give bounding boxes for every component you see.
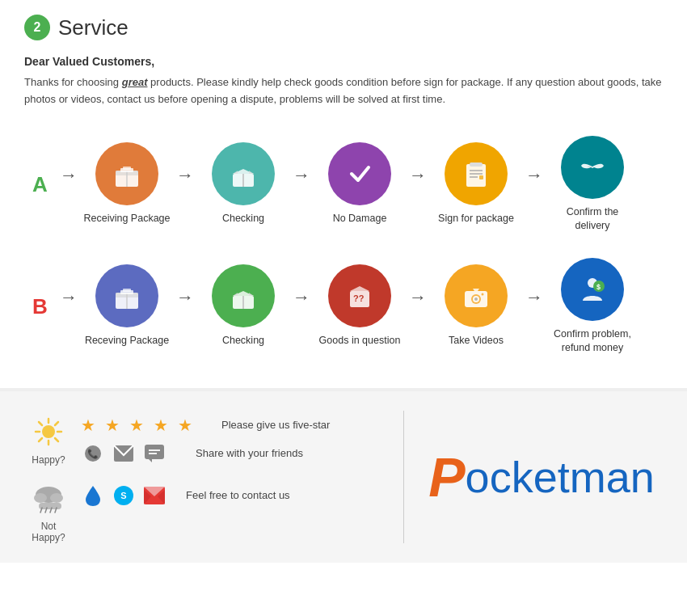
- person-dollar-icon-b5: $: [575, 272, 610, 307]
- svg-text:??: ??: [353, 293, 365, 303]
- flow-item-b2: Checking: [199, 264, 288, 348]
- letter-a: A: [32, 172, 48, 197]
- not-happy-content: S Feel free to contact us: [81, 477, 290, 508]
- pocketman-logo-section: P ocketman: [420, 411, 663, 543]
- svg-text:$: $: [596, 283, 601, 291]
- happy-icon-group: Happy?: [24, 411, 73, 466]
- share-icons: 📞: [81, 441, 166, 466]
- chat-svg: [144, 444, 165, 463]
- email-svg: [113, 445, 134, 462]
- service-badge: 2: [24, 15, 50, 40]
- label-b1: Receving Package: [85, 334, 169, 348]
- flow-item-a5: Confirm the delivery: [548, 136, 637, 234]
- share-text: Share with your friends: [196, 447, 303, 459]
- label-a4: Sign for package: [438, 212, 514, 226]
- arrow-b2: →: [293, 287, 310, 308]
- circle-a5: [561, 136, 624, 199]
- mail-icon: [142, 483, 166, 508]
- svg-point-35: [482, 293, 484, 296]
- skype-svg: S: [113, 485, 134, 506]
- svg-point-56: [34, 493, 47, 503]
- circle-b2: [212, 264, 275, 327]
- arrow-a2: →: [293, 165, 310, 186]
- great-word: great: [122, 76, 148, 88]
- circle-a3: [328, 142, 391, 205]
- svg-rect-15: [479, 175, 483, 179]
- svg-point-57: [50, 493, 63, 503]
- not-happy-icon-group: Not Happy?: [24, 477, 73, 543]
- label-b4: Take Videos: [449, 334, 504, 348]
- not-happy-label: Not Happy?: [24, 521, 73, 543]
- circle-b4: [445, 264, 508, 327]
- flow-row-b: B → Receving Package →: [32, 258, 655, 356]
- star5: ★: [178, 416, 192, 435]
- svg-point-39: [42, 425, 55, 438]
- pocketman-logo: P ocketman: [428, 449, 654, 504]
- circle-a4: [445, 142, 508, 205]
- water-icon: [81, 483, 105, 508]
- flow-item-b1: Receving Package: [82, 264, 171, 348]
- box-icon-a1: [109, 156, 145, 192]
- clipboard-icon-a4: [458, 156, 494, 192]
- arrow-a4: →: [525, 165, 543, 186]
- star4: ★: [154, 416, 168, 435]
- happy-label: Happy?: [32, 454, 65, 466]
- arrow-a0: →: [60, 165, 78, 186]
- star2: ★: [105, 416, 120, 435]
- question-icon-b3: ??: [342, 278, 377, 314]
- description-text: Thanks for choosing great products. Plea…: [24, 74, 663, 108]
- svg-marker-25: [249, 293, 254, 296]
- box-icon-b1: [109, 278, 145, 314]
- label-b5: Confirm problem, refund money: [554, 327, 631, 356]
- svg-line-47: [39, 438, 42, 441]
- not-happy-section: Not Happy? S: [24, 477, 387, 543]
- svg-marker-31: [473, 289, 479, 291]
- svg-line-46: [55, 422, 58, 425]
- svg-marker-24: [233, 293, 238, 296]
- svg-rect-10: [466, 164, 486, 187]
- label-b3: Goods in question: [319, 334, 401, 348]
- label-a5: Confirm the delivery: [548, 205, 637, 234]
- service-section: 2 Service Dear Valued Customers, Thanks …: [0, 0, 687, 391]
- svg-rect-11: [470, 162, 483, 167]
- letter-b: B: [32, 294, 48, 319]
- label-a2: Checking: [222, 212, 264, 226]
- svg-line-44: [39, 422, 42, 425]
- flow-item-b3: ?? Goods in question: [315, 264, 404, 348]
- cloud-icon: [27, 477, 70, 519]
- service-title: Service: [58, 15, 129, 40]
- desc-start: Thanks for choosing: [24, 76, 122, 88]
- stars-row: ★ ★ ★ ★ ★ Please give us five-star: [81, 416, 330, 435]
- email-icon: [112, 441, 136, 466]
- box-open-icon-a2: [225, 156, 261, 192]
- flow-section-b: B → Receving Package →: [24, 250, 663, 372]
- dear-customers: Dear Valued Customers,: [24, 55, 663, 68]
- camera-icon-b4: [458, 278, 494, 314]
- arrow-b0: →: [60, 287, 78, 308]
- svg-text:📞: 📞: [87, 448, 99, 459]
- check-icon-a3: [342, 156, 377, 192]
- flow-item-a4: Sign for package: [432, 142, 521, 226]
- circle-a2: [212, 142, 275, 205]
- box-open-icon-b2: [225, 278, 261, 314]
- label-a1: Receiving Package: [83, 212, 170, 226]
- phone-icon: 📞: [81, 441, 105, 466]
- flow-item-a3: No Damage: [315, 142, 404, 226]
- happy-content: ★ ★ ★ ★ ★ Please give us five-star �: [81, 411, 330, 466]
- label-b2: Checking: [222, 334, 264, 348]
- svg-text:S: S: [120, 491, 126, 500]
- svg-marker-7: [233, 171, 238, 174]
- star3: ★: [129, 416, 144, 435]
- circle-b3: ??: [328, 264, 391, 327]
- handshake-icon-a5: [575, 150, 610, 185]
- sun-svg: [31, 414, 66, 449]
- cloud-svg: [29, 482, 68, 514]
- phone-svg: 📞: [83, 444, 103, 463]
- label-a3: No Damage: [333, 212, 387, 226]
- chat-icon: [142, 441, 166, 466]
- svg-rect-4: [123, 167, 131, 170]
- contact-text: Feel free to contact us: [186, 489, 290, 501]
- arrow-a1: →: [176, 165, 194, 186]
- skype-icon: S: [112, 483, 136, 508]
- share-row: 📞: [81, 441, 330, 466]
